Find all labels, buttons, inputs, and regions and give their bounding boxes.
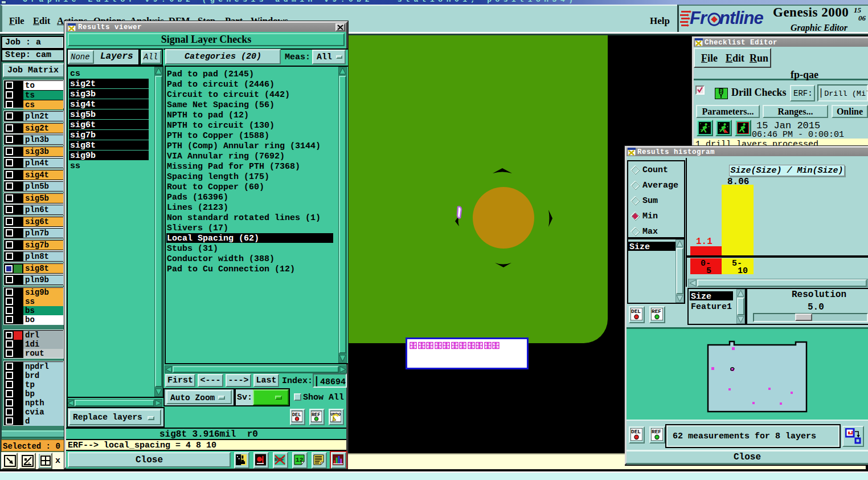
svg-text:12: 12 <box>296 457 304 463</box>
svg-text:REF: REF <box>652 429 661 435</box>
svg-text:DEL: DEL <box>631 429 641 435</box>
svg-text:α: α <box>28 461 30 465</box>
svg-text:DEL: DEL <box>631 308 641 315</box>
svg-text:REF: REF <box>652 308 661 315</box>
svg-text:REF: REF <box>312 412 320 418</box>
svg-text:DEL: DEL <box>292 412 301 418</box>
